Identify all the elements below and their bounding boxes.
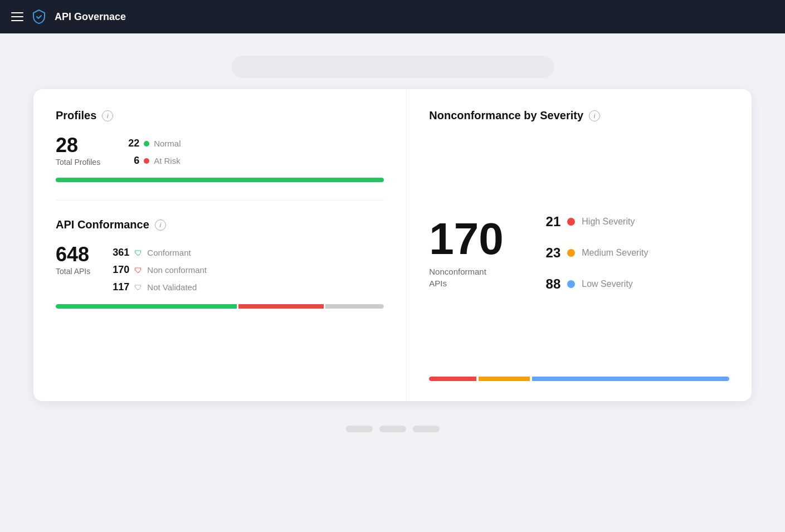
nonconformance-title: Nonconformance by Severity: [429, 109, 583, 122]
profiles-stat-items: 22 Normal 6 At Risk: [123, 135, 181, 167]
severity-items: 21 High Severity 23 Medium Severity 88 L…: [540, 214, 729, 292]
profiles-stats-row: 28 Total Profiles 22 Normal 6 At Risk: [56, 135, 384, 167]
profiles-total-number: 28: [56, 135, 100, 155]
api-conformance-progress-bar: [56, 304, 384, 309]
not-validated-stat: 117 🛡 Not Validated: [113, 281, 207, 293]
at-risk-dot: [144, 158, 149, 164]
high-severity-item: 21 High Severity: [540, 214, 729, 230]
not-validated-shield-icon: 🛡: [134, 283, 143, 292]
left-panel: Profiles i 28 Total Profiles 22 Normal: [33, 89, 407, 401]
normal-dot: [144, 141, 149, 147]
non-conformant-stat: 170 🛡 Non conformant: [113, 264, 207, 276]
nonconformance-info-icon[interactable]: i: [589, 110, 600, 121]
progress-red: [238, 304, 324, 309]
at-risk-count: 6: [123, 155, 139, 167]
api-total-block: 648 Total APIs: [56, 245, 90, 276]
profiles-header: Profiles i: [56, 109, 384, 122]
api-conformance-header: API Conformance i: [56, 218, 384, 231]
conformant-count: 361: [113, 247, 129, 258]
logo-icon: [31, 9, 47, 25]
progress-gray: [325, 304, 384, 309]
profiles-progress-bar: [56, 178, 384, 182]
dashboard-card: Profiles i 28 Total Profiles 22 Normal: [33, 89, 752, 401]
profiles-info-icon[interactable]: i: [102, 110, 113, 121]
api-conformance-title: API Conformance: [56, 218, 149, 231]
nonconformance-total-number: 170: [429, 217, 540, 261]
conformant-label: Conformant: [147, 248, 191, 257]
at-risk-stat: 6 At Risk: [123, 155, 181, 167]
main-content: Profiles i 28 Total Profiles 22 Normal: [0, 33, 785, 455]
navbar: API Governace: [0, 0, 785, 33]
pagination-dot-3[interactable]: [413, 426, 440, 432]
api-total-label: Total APIs: [56, 267, 90, 276]
nonconformance-total-block: 170 NonconformantAPIs: [429, 217, 540, 289]
app-title: API Governace: [55, 11, 126, 23]
low-severity-dot: [567, 280, 575, 288]
low-severity-item: 88 Low Severity: [540, 276, 729, 292]
hamburger-button[interactable]: [11, 12, 23, 21]
medium-severity-dot: [567, 249, 575, 257]
high-severity-dot: [567, 218, 575, 226]
pagination-dot-2[interactable]: [379, 426, 406, 432]
api-conformance-info-icon[interactable]: i: [155, 219, 166, 231]
pagination-dot-1[interactable]: [346, 426, 373, 432]
pagination-dots: [33, 426, 752, 432]
non-conformant-label: Non conformant: [147, 265, 207, 275]
medium-severity-item: 23 Medium Severity: [540, 245, 729, 261]
severity-bar-blue: [532, 377, 729, 381]
not-validated-count: 117: [113, 281, 129, 293]
conformant-stat: 361 🛡 Conformant: [113, 247, 207, 258]
profiles-title: Profiles: [56, 109, 96, 122]
severity-bar-red: [429, 377, 476, 381]
progress-green: [56, 304, 237, 309]
nonconformance-header: Nonconformance by Severity i: [429, 109, 729, 122]
high-severity-label: High Severity: [582, 217, 635, 227]
right-panel: Nonconformance by Severity i 170 Nonconf…: [407, 89, 752, 401]
normal-stat: 22 Normal: [123, 138, 181, 149]
nonconformance-content: 170 NonconformantAPIs 21 High Severity 2…: [429, 147, 729, 359]
profiles-section: Profiles i 28 Total Profiles 22 Normal: [56, 109, 384, 201]
api-total-number: 648: [56, 245, 90, 265]
not-validated-label: Not Validated: [147, 282, 197, 292]
api-conformance-stats-row: 648 Total APIs 361 🛡 Conformant 170 🛡 No: [56, 245, 384, 293]
non-conformant-count: 170: [113, 264, 129, 276]
low-severity-label: Low Severity: [582, 279, 633, 289]
at-risk-label: At Risk: [154, 156, 181, 165]
medium-severity-label: Medium Severity: [582, 248, 648, 258]
high-severity-count: 21: [540, 214, 560, 230]
api-conformance-section: API Conformance i 648 Total APIs 361 🛡 C…: [56, 218, 384, 309]
api-stat-items: 361 🛡 Conformant 170 🛡 Non conformant 11…: [113, 245, 207, 293]
severity-bar-orange: [479, 377, 530, 381]
profiles-total-label: Total Profiles: [56, 158, 100, 167]
medium-severity-count: 23: [540, 245, 560, 261]
normal-count: 22: [123, 138, 139, 149]
normal-label: Normal: [154, 139, 181, 148]
conformant-shield-icon: 🛡: [134, 248, 143, 257]
non-conformant-shield-icon: 🛡: [134, 266, 143, 275]
profiles-total-block: 28 Total Profiles: [56, 135, 100, 167]
search-bar[interactable]: [231, 56, 554, 78]
nonconformance-total-label: NonconformantAPIs: [429, 266, 540, 289]
severity-progress-bars: [429, 377, 729, 381]
low-severity-count: 88: [540, 276, 560, 292]
